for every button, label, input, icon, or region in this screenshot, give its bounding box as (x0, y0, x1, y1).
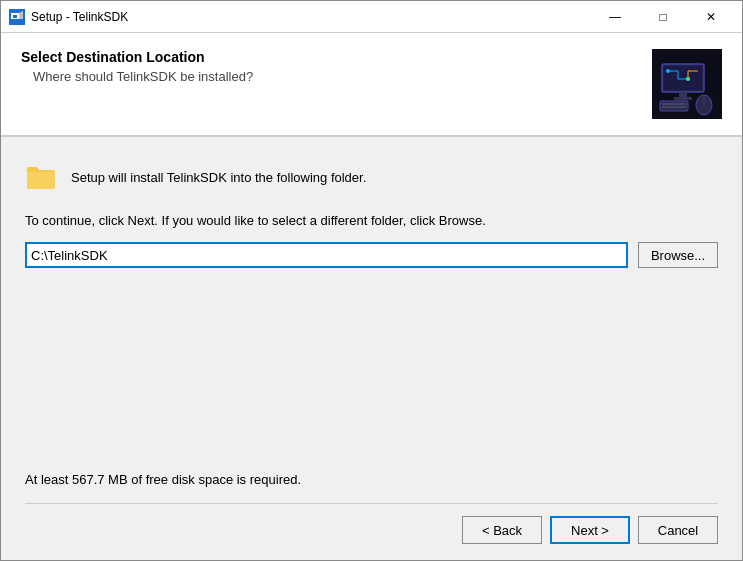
header-image (652, 49, 722, 119)
svg-rect-18 (662, 106, 686, 108)
header-text: Select Destination Location Where should… (21, 49, 652, 84)
next-button[interactable]: Next > (550, 516, 630, 544)
folder-icon (25, 161, 57, 193)
svg-point-10 (666, 69, 670, 73)
info-text: Setup will install TelinkSDK into the fo… (71, 170, 366, 185)
header-subtitle: Where should TelinkSDK be installed? (33, 69, 652, 84)
info-row: Setup will install TelinkSDK into the fo… (25, 161, 718, 193)
bottom-section: < Back Next > Cancel (1, 503, 742, 560)
back-button[interactable]: < Back (462, 516, 542, 544)
setup-window: Setup - TelinkSDK — □ ✕ Select Destinati… (0, 0, 743, 561)
svg-rect-2 (13, 15, 17, 18)
svg-rect-17 (662, 103, 686, 105)
app-icon (9, 9, 25, 25)
disk-space-text: At least 567.7 MB of free disk space is … (25, 472, 718, 503)
path-row: Browse... (25, 242, 718, 268)
close-button[interactable]: ✕ (688, 2, 734, 32)
svg-rect-15 (674, 97, 692, 100)
divider (25, 503, 718, 504)
cancel-button[interactable]: Cancel (638, 516, 718, 544)
browse-button[interactable]: Browse... (638, 242, 718, 268)
window-controls: — □ ✕ (592, 2, 734, 32)
svg-rect-14 (679, 92, 687, 97)
svg-rect-6 (664, 66, 702, 90)
maximize-button[interactable]: □ (640, 2, 686, 32)
header-title: Select Destination Location (21, 49, 652, 65)
button-row: < Back Next > Cancel (25, 516, 718, 544)
header-section: Select Destination Location Where should… (1, 33, 742, 137)
path-input[interactable] (25, 242, 628, 268)
content-area: Setup will install TelinkSDK into the fo… (1, 137, 742, 503)
window-title: Setup - TelinkSDK (31, 10, 592, 24)
instruction-text: To continue, click Next. If you would li… (25, 213, 718, 228)
title-bar: Setup - TelinkSDK — □ ✕ (1, 1, 742, 33)
minimize-button[interactable]: — (592, 2, 638, 32)
